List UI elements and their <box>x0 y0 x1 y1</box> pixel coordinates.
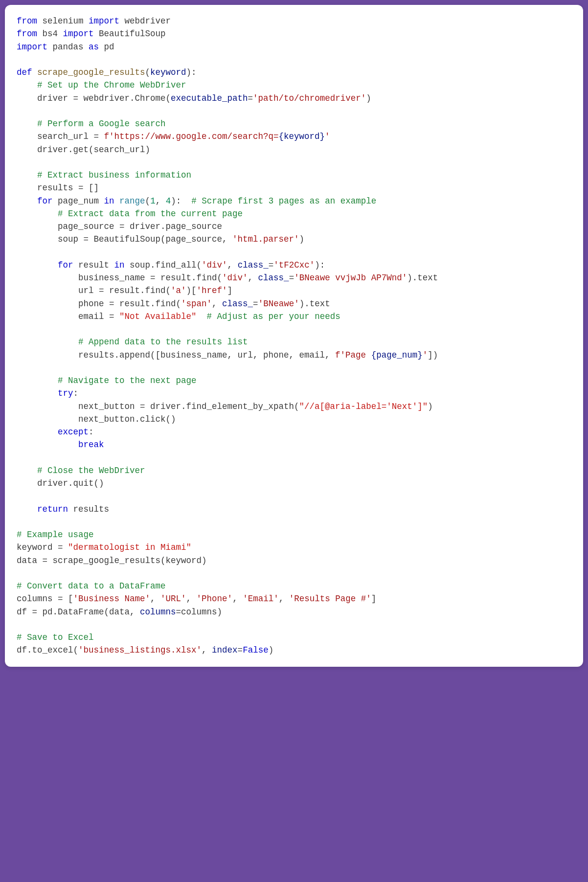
code-token: 'tF2Cxc' <box>273 260 315 270</box>
code-token: ]) <box>428 350 438 360</box>
code-token: {page_num} <box>371 350 423 360</box>
code-token <box>17 440 78 450</box>
code-token: 'BNeawe' <box>258 299 299 309</box>
code-token: ' <box>423 350 428 360</box>
code-token: ( <box>145 68 151 77</box>
code-token: # Append data to the results list <box>78 337 248 347</box>
code-token: ).text <box>407 273 438 283</box>
code-token <box>197 312 207 321</box>
code-token: # Scrape first 3 pages as an example <box>191 196 376 206</box>
code-token <box>17 466 37 475</box>
code-token: as <box>89 42 99 52</box>
code-line: keyword = "dermatologist in Miami" <box>17 543 191 552</box>
code-token: page_num <box>53 196 104 206</box>
code-line: business_name = result.find('div', class… <box>17 273 438 283</box>
code-token: url = result.find( <box>17 286 171 295</box>
code-line: driver.get(search_url) <box>17 145 150 155</box>
code-block[interactable]: from selenium import webdriver from bs4 … <box>17 15 571 657</box>
code-line: # Example usage <box>17 530 94 540</box>
code-token: , <box>232 594 243 604</box>
code-token <box>17 337 78 347</box>
code-token <box>17 260 58 270</box>
code-line: email = "Not Available" # Adjust as per … <box>17 312 340 321</box>
code-token: 'Results Page #' <box>289 594 371 604</box>
code-token: 'Phone' <box>197 594 233 604</box>
code-line: for result in soup.find_all('div', class… <box>17 260 325 270</box>
code-token: # Perform a Google search <box>37 119 166 129</box>
code-token: ).text <box>299 299 330 309</box>
code-token: results = [] <box>17 183 99 193</box>
code-token: False <box>243 645 269 655</box>
code-token: columns = [ <box>17 594 73 604</box>
code-line: # Perform a Google search <box>17 119 166 129</box>
code-token: 'business_listings.xlsx' <box>78 645 202 655</box>
code-token <box>17 80 37 90</box>
code-token: data = scrape_google_results(keyword) <box>17 556 207 565</box>
code-token: except <box>58 427 89 437</box>
code-token: # Convert data to a DataFrame <box>17 581 166 591</box>
code-token: ) <box>366 93 371 103</box>
code-token: 'Email' <box>243 594 279 604</box>
code-token: # Example usage <box>17 530 94 540</box>
code-line: # Convert data to a DataFrame <box>17 581 166 591</box>
code-token: bs4 <box>37 29 63 39</box>
code-token: ' <box>325 132 330 141</box>
code-token: import <box>63 29 94 39</box>
code-line: driver.quit() <box>17 478 104 488</box>
code-token: # Set up the Chrome WebDriver <box>37 80 186 90</box>
code-token: class_ <box>238 260 269 270</box>
code-token: in <box>104 196 114 206</box>
code-line: page_source = driver.page_source <box>17 222 222 231</box>
code-token: 'a' <box>171 286 186 295</box>
code-token: = <box>248 93 253 103</box>
code-line: import pandas as pd <box>17 42 114 52</box>
code-token: # Extract business information <box>37 170 191 180</box>
code-line: data = scrape_google_results(keyword) <box>17 556 207 565</box>
code-line: # Navigate to the next page <box>17 376 197 385</box>
code-token: BeautifulSoup <box>94 29 166 39</box>
code-token: , <box>150 594 160 604</box>
code-token <box>17 376 58 385</box>
code-line: def scrape_google_results(keyword): <box>17 68 197 77</box>
code-token <box>17 427 58 437</box>
code-token: webdriver <box>119 16 171 26</box>
code-token: email = <box>17 312 119 321</box>
code-line: results.append([business_name, url, phon… <box>17 350 438 360</box>
code-token: ): <box>186 68 197 77</box>
code-token: result <box>73 260 114 270</box>
code-token: in <box>114 260 125 270</box>
code-token: keyword <box>150 68 186 77</box>
code-token: "//a[@aria-label='Next']" <box>299 402 428 411</box>
code-token: 'href' <box>197 286 227 295</box>
code-token: driver.get(search_url) <box>17 145 150 155</box>
code-token: import <box>89 16 119 26</box>
code-token <box>32 68 38 77</box>
code-token: 'div' <box>202 260 227 270</box>
code-line: except: <box>17 427 94 437</box>
code-token: # Navigate to the next page <box>58 376 197 385</box>
code-token: =columns) <box>176 607 223 617</box>
code-token: {keyword} <box>279 132 325 141</box>
code-token <box>17 196 37 206</box>
code-token: search_url = <box>17 132 104 141</box>
code-line: next_button = driver.find_element_by_xpa… <box>17 402 433 411</box>
code-token: , <box>212 299 222 309</box>
code-token: 'Business Name' <box>73 594 151 604</box>
code-token: = <box>289 273 294 283</box>
code-token: , <box>202 645 212 655</box>
code-token: pd <box>99 42 114 52</box>
code-token: pandas <box>47 42 89 52</box>
code-line: # Close the WebDriver <box>17 466 145 475</box>
code-token: , <box>186 594 197 604</box>
code-token: results.append([business_name, url, phon… <box>17 350 335 360</box>
code-token: f'Page <box>335 350 371 360</box>
code-token <box>17 119 37 129</box>
code-line: from selenium import webdriver <box>17 16 171 26</box>
code-token: ) <box>299 234 305 244</box>
code-token: )[ <box>186 286 197 295</box>
code-token: driver = webdriver.Chrome( <box>17 93 171 103</box>
code-token: page_source = driver.page_source <box>17 222 222 231</box>
code-token: df.to_excel( <box>17 645 78 655</box>
code-token: class_ <box>258 273 289 283</box>
code-token: from <box>17 16 37 26</box>
